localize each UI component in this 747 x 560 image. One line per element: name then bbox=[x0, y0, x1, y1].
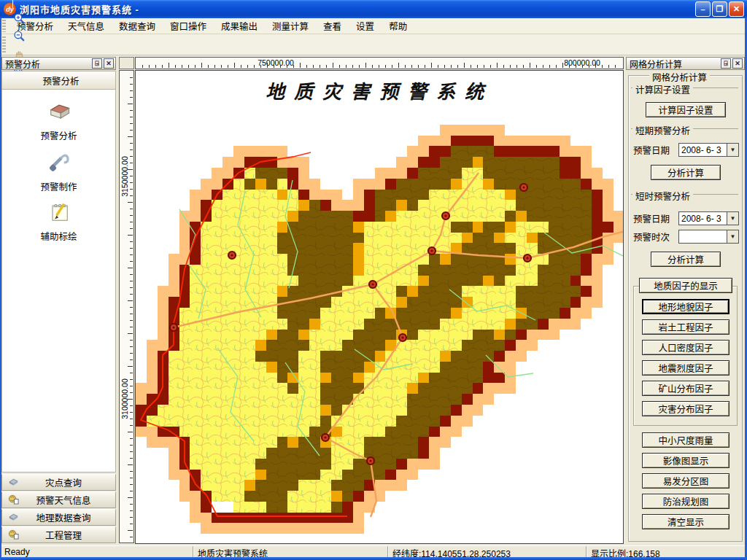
sidebar-item-disaster-query[interactable]: 灾点查询 bbox=[1, 474, 116, 491]
left-panel-titlebar: 预警分析 ⍈ ✕ bbox=[1, 57, 116, 70]
sidebar-item-geo-data-query[interactable]: 地理数据查询 bbox=[1, 509, 116, 526]
chevron-down-icon[interactable]: ▼ bbox=[727, 230, 738, 243]
item-label: 灾点查询 bbox=[23, 475, 115, 489]
warning-time-combobox[interactable]: ▼ bbox=[678, 230, 739, 244]
short-time-label: 短时预警分析 bbox=[632, 189, 693, 203]
status-document: 地质灾害预警系统 bbox=[193, 546, 387, 558]
map-region: 750000.00 800000.00 3150000.00 3100000.0… bbox=[117, 55, 626, 545]
map-title: 地质灾害预警系统 bbox=[136, 77, 623, 104]
ruler-label: 3150000.00 bbox=[120, 156, 130, 196]
factor-setting-label: 计算因子设置 bbox=[632, 82, 693, 96]
restore-button[interactable]: ❐ bbox=[712, 1, 727, 17]
calc-factor-setting-button[interactable]: 计算因子设置 bbox=[646, 102, 726, 117]
item-label: 预警天气信息 bbox=[23, 493, 115, 507]
terrain-factor-button[interactable]: 地形地貌因子 bbox=[642, 299, 729, 314]
left-panel-header[interactable]: 预警分析 bbox=[1, 71, 116, 90]
status-scale: 显示比例:166.158 bbox=[586, 546, 747, 558]
pin-icon[interactable]: ⍈ bbox=[92, 58, 102, 69]
menu-window-ops[interactable]: 窗口操作 bbox=[163, 17, 214, 35]
menu-weather-info[interactable]: 天气信息 bbox=[61, 17, 112, 35]
tool-bar: ? bbox=[0, 34, 747, 55]
image-display-button[interactable]: 影像图显示 bbox=[642, 453, 729, 468]
item-label: 预警制作 bbox=[2, 179, 115, 193]
short-time-analyze-button[interactable]: 分析计算 bbox=[651, 252, 721, 267]
item-label: 地理数据查询 bbox=[23, 510, 115, 524]
item-label: 工程管理 bbox=[23, 528, 115, 542]
title-bar: dy 浏阳市地质灾害预警系统 - – ❐ ✕ bbox=[0, 0, 747, 18]
ruler-left: 3150000.00 3100000.00 bbox=[119, 70, 134, 543]
notepad-icon bbox=[46, 217, 72, 228]
menu-settings[interactable]: 设置 bbox=[349, 17, 382, 35]
date-label: 预警日期 bbox=[633, 143, 678, 157]
sidebar-item-project-management[interactable]: 工程管理 bbox=[1, 526, 116, 543]
menubar-grip-handle[interactable] bbox=[2, 20, 6, 32]
ruler-corner bbox=[119, 57, 134, 69]
status-bar: Ready 地质灾害预警系统 经纬度:114.140551,28.250253 … bbox=[0, 545, 747, 558]
short-term-label: 短期预警分析 bbox=[632, 123, 693, 137]
geo-factor-display-button[interactable]: 地质因子的显示 bbox=[639, 278, 732, 293]
globe-doc-icon bbox=[2, 529, 23, 542]
left-panel-header-label: 预警分析 bbox=[7, 74, 115, 88]
close-button[interactable]: ✕ bbox=[729, 1, 744, 17]
menu-measure-calc[interactable]: 测量计算 bbox=[265, 17, 316, 35]
sidebar-item-warning-analysis[interactable]: 预警分析 bbox=[2, 98, 115, 142]
left-panel-title: 预警分析 bbox=[5, 58, 40, 70]
zoom-out-icon[interactable] bbox=[10, 27, 28, 44]
window-border bbox=[0, 18, 1, 560]
zoom-in-icon[interactable] bbox=[10, 9, 28, 27]
item-label: 预警分析 bbox=[2, 128, 115, 142]
prevention-plan-button[interactable]: 防治规划图 bbox=[642, 494, 729, 509]
minimize-button[interactable]: – bbox=[695, 1, 711, 17]
toolbar-separator bbox=[12, 0, 13, 9]
close-icon[interactable]: ✕ bbox=[104, 58, 114, 69]
left-panel-items: 预警分析 预警制作 辅助标绘 bbox=[1, 90, 116, 472]
menu-view[interactable]: 查看 bbox=[316, 17, 349, 35]
time-label: 预警时次 bbox=[633, 230, 678, 244]
pin-icon[interactable]: ⍈ bbox=[721, 58, 731, 69]
status-coordinates: 经纬度:114.140551,28.250253 bbox=[387, 546, 586, 558]
plotter-icon bbox=[2, 511, 23, 524]
mine-factor-button[interactable]: 矿山分布因子 bbox=[642, 381, 729, 396]
grid-analysis-panel: 网格分析计算 计算因子设置 计算因子设置 短期预警分析 预警日期 2008- 6… bbox=[626, 71, 745, 545]
population-factor-button[interactable]: 人口密度因子 bbox=[642, 340, 729, 355]
window-border bbox=[0, 557, 747, 560]
menu-bar: 预警分析 天气信息 数据查询 窗口操作 成果输出 测量计算 查看 设置 帮助 bbox=[0, 18, 747, 34]
clear-display-button[interactable]: 清空显示 bbox=[642, 514, 729, 529]
plotter-icon bbox=[2, 476, 23, 489]
menu-help[interactable]: 帮助 bbox=[382, 17, 414, 35]
book-icon bbox=[46, 117, 72, 127]
ruler-label: 750000.00 bbox=[256, 58, 295, 67]
date-label: 预警日期 bbox=[633, 211, 678, 225]
right-panel-title: 网格分析计算 bbox=[630, 58, 682, 70]
map-canvas[interactable]: 地质灾害预警系统 bbox=[135, 70, 624, 544]
status-ready: Ready bbox=[0, 546, 193, 558]
item-label: 辅助标绘 bbox=[2, 229, 115, 243]
menu-data-query[interactable]: 数据查询 bbox=[112, 17, 163, 35]
menu-result-output[interactable]: 成果输出 bbox=[214, 17, 265, 35]
ruler-top: 750000.00 800000.00 bbox=[135, 57, 624, 69]
sidebar-item-warning-weather-info[interactable]: 预警天气信息 bbox=[1, 491, 116, 508]
disaster-factor-button[interactable]: 灾害分布因子 bbox=[642, 401, 729, 416]
seismic-factor-button[interactable]: 地震烈度因子 bbox=[642, 360, 729, 376]
close-icon[interactable]: ✕ bbox=[732, 58, 743, 69]
chevron-down-icon[interactable]: ▼ bbox=[727, 144, 738, 156]
chevron-down-icon[interactable]: ▼ bbox=[727, 212, 738, 225]
date-value: 2008- 6- 3 bbox=[679, 145, 727, 155]
short-time-date-combobox[interactable]: 2008- 6- 3 ▼ bbox=[678, 211, 739, 225]
rainfall-scale-button[interactable]: 中小尺度雨量 bbox=[642, 432, 729, 448]
hazard-map bbox=[136, 71, 624, 544]
date-value: 2008- 6- 3 bbox=[679, 214, 727, 224]
globe-doc-icon bbox=[2, 494, 23, 507]
geotech-factor-button[interactable]: 岩土工程因子 bbox=[642, 319, 729, 335]
toolbar-grip-handle[interactable] bbox=[2, 36, 6, 52]
short-term-analyze-button[interactable]: 分析计算 bbox=[651, 165, 721, 180]
susceptibility-map-button[interactable]: 易发分区图 bbox=[642, 473, 729, 489]
right-panel-titlebar: 网格分析计算 ⍈ ✕ bbox=[626, 57, 745, 70]
screwdriver-icon bbox=[46, 168, 72, 178]
sidebar-item-aux-plotting[interactable]: 辅助标绘 bbox=[2, 199, 115, 243]
sidebar-item-warning-production[interactable]: 预警制作 bbox=[2, 149, 115, 193]
window-title: 浏阳市地质灾害预警系统 - bbox=[20, 2, 139, 16]
short-term-date-combobox[interactable]: 2008- 6- 3 ▼ bbox=[678, 143, 739, 157]
